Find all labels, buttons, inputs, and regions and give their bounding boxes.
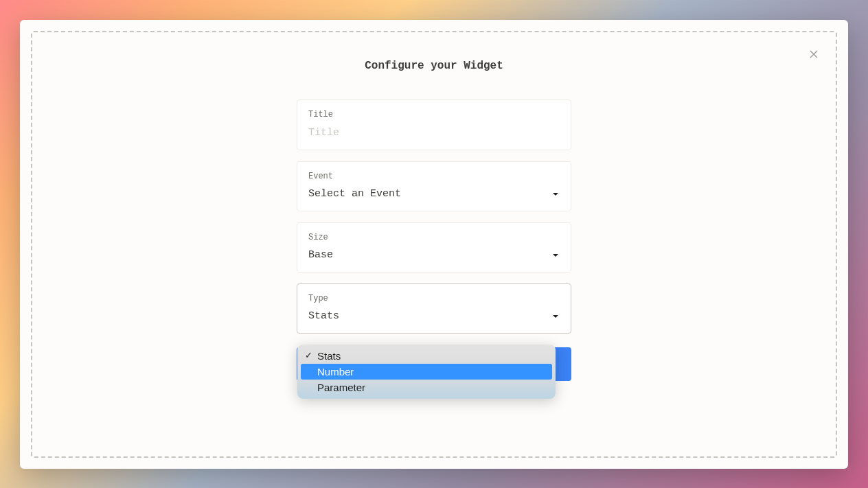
dropdown-option-parameter[interactable]: Parameter (301, 380, 552, 395)
type-dropdown-popup: Stats Number Parameter (297, 345, 556, 399)
event-select-value: Select an Event (308, 188, 401, 200)
close-icon (808, 49, 819, 60)
chevron-down-icon (551, 312, 560, 321)
chevron-down-icon (551, 190, 560, 198)
title-field: Title (297, 100, 571, 150)
type-select-value: Stats (308, 310, 339, 322)
type-label: Type (308, 294, 560, 303)
event-label: Event (308, 172, 560, 181)
modal-title: Configure your Widget (365, 60, 503, 72)
modal-content: Configure your Widget Title Event Select… (297, 60, 571, 381)
title-input[interactable] (308, 127, 560, 139)
event-field: Event Select an Event (297, 161, 571, 211)
type-select[interactable]: Stats (308, 310, 560, 322)
chevron-down-icon (551, 251, 560, 259)
size-label: Size (308, 233, 560, 242)
dropdown-option-stats[interactable]: Stats (301, 348, 552, 364)
type-field: Type Stats (297, 283, 571, 334)
close-button[interactable] (808, 49, 819, 60)
size-field: Size Base (297, 222, 571, 272)
modal-container: Configure your Widget Title Event Select… (20, 20, 848, 469)
title-label: Title (308, 110, 560, 119)
size-select[interactable]: Base (308, 249, 560, 261)
event-select[interactable]: Select an Event (308, 188, 560, 200)
size-select-value: Base (308, 249, 333, 261)
dropdown-option-number[interactable]: Number (301, 364, 552, 380)
